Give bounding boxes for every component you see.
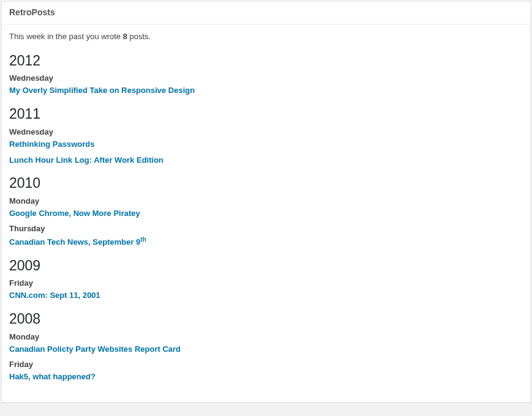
post-title: Google Chrome, Now More Piratey: [9, 209, 140, 218]
year-heading: 2008: [9, 310, 523, 329]
post-title: Canadian Tech News, September 9: [9, 237, 140, 247]
year-heading: 2009: [9, 257, 523, 275]
widget-header: RetroPosts: [2, 2, 530, 24]
retroposts-widget: RetroPosts This week in the past you wro…: [1, 1, 531, 403]
years-list: 2012WednesdayMy Overly Simplified Take o…: [9, 52, 523, 382]
post-title: My Overly Simplified Take on Responsive …: [9, 86, 195, 95]
post-link[interactable]: Lunch Hour Link Log: After Work Edition: [9, 155, 523, 166]
day-label: Friday: [9, 278, 523, 288]
post-link[interactable]: My Overly Simplified Take on Responsive …: [9, 85, 523, 96]
intro-count: 8: [123, 32, 127, 41]
post-title: Rethinking Passwords: [9, 139, 94, 149]
widget-body: This week in the past you wrote 8 posts.…: [2, 24, 530, 402]
year-heading: 2010: [9, 174, 523, 193]
post-title: Hak5, what happened?: [9, 372, 96, 381]
day-label: Monday: [9, 332, 523, 341]
post-link[interactable]: Google Chrome, Now More Piratey: [9, 208, 523, 219]
year-heading: 2012: [9, 52, 523, 70]
day-label: Thursday: [9, 224, 523, 233]
widget-title: RetroPosts: [9, 7, 523, 19]
intro-prefix: This week in the past you wrote: [9, 32, 123, 41]
post-title: Lunch Hour Link Log: After Work Edition: [9, 155, 163, 165]
post-link[interactable]: Rethinking Passwords: [9, 139, 523, 150]
day-label: Wednesday: [9, 127, 523, 136]
post-link[interactable]: Canadian Policty Party Websites Report C…: [9, 344, 523, 355]
post-title: CNN.com: Sept 11, 2001: [9, 291, 100, 300]
post-link[interactable]: Canadian Tech News, September 9th: [9, 236, 523, 248]
intro-text: This week in the past you wrote 8 posts.: [9, 32, 523, 41]
intro-suffix: posts.: [127, 32, 151, 41]
day-label: Monday: [9, 196, 523, 206]
year-heading: 2011: [9, 105, 523, 124]
post-link[interactable]: Hak5, what happened?: [9, 371, 523, 382]
day-label: Friday: [9, 360, 523, 369]
post-title-sup: th: [140, 236, 146, 243]
post-link[interactable]: CNN.com: Sept 11, 2001: [9, 290, 523, 301]
post-title: Canadian Policty Party Websites Report C…: [9, 344, 181, 354]
day-label: Wednesday: [9, 73, 523, 83]
